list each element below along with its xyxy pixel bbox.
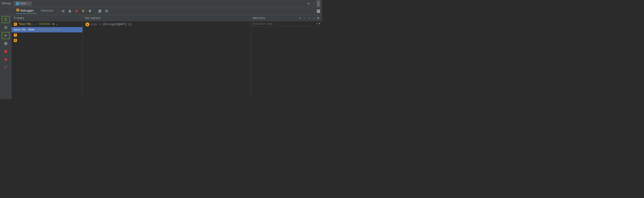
panels-container: Frames 6 "main"@1...: RUNNING ▼ ⌄ main:1… [12, 15, 322, 99]
breakpoint-button[interactable] [2, 56, 10, 63]
watches-title: Watches [253, 16, 265, 20]
step-out-btn[interactable] [67, 9, 72, 13]
svg-rect-18 [106, 10, 108, 11]
tab-debugger[interactable]: 5 Debugger [16, 8, 37, 14]
variable-row[interactable]: p args = {String[0]@457} [] [83, 21, 250, 27]
thread-row[interactable]: 6 "main"@1...: RUNNING ▼ ⌄ [12, 21, 82, 27]
variable-type-icon: p [86, 22, 90, 26]
frame-row-selected[interactable]: main:10, demo (com.psjj.demo1, [12, 27, 82, 32]
svg-rect-20 [317, 9, 318, 11]
top-right-icons: ⚙ − [308, 1, 314, 6]
variables-panel: Variables p args = {String[0]@457} [] [83, 15, 251, 99]
svg-rect-15 [100, 11, 101, 12]
svg-rect-14 [98, 11, 100, 12]
svg-rect-19 [106, 11, 108, 12]
svg-rect-16 [105, 10, 106, 11]
svg-rect-21 [319, 9, 320, 11]
frame-badge-8: 8 [14, 39, 17, 42]
debug-bar: Debug: demo × ⚙ − ven [0, 0, 322, 7]
svg-rect-25 [5, 42, 6, 45]
resume-button[interactable] [2, 32, 10, 39]
thread-dropdown-icon[interactable]: ⌄ [56, 22, 58, 26]
watches-panel: Watches + − ↑ ↓ ⊞ + ▼ No watches [251, 15, 322, 99]
svg-rect-22 [317, 11, 320, 13]
svg-rect-4 [69, 12, 71, 12]
frame-label: main:10, demo (com.psjj.demo1, [14, 28, 62, 31]
step-over-btn[interactable] [80, 9, 86, 13]
svg-marker-9 [88, 11, 91, 12]
eval-dropdown-btn[interactable]: ▼ [318, 22, 320, 25]
main-area: Frames 6 "main"@1...: RUNNING ▼ ⌄ main:1… [0, 15, 322, 99]
layout-btn[interactable] [316, 9, 321, 13]
frame-row-8[interactable]: 8 [12, 38, 82, 43]
debugger-label: Debugger [20, 9, 34, 12]
restart-button[interactable] [2, 16, 10, 23]
remove-watch-btn[interactable]: − [303, 16, 306, 20]
toolbar-separator-2 [95, 9, 95, 13]
svg-rect-17 [105, 11, 106, 12]
debug-label: Debug: [2, 2, 12, 5]
svg-rect-1 [62, 11, 64, 11]
watches-toolbar: + − ↑ ↓ ⊞ [298, 16, 320, 20]
panels: Frames 6 "main"@1...: RUNNING ▼ ⌄ main:1… [12, 15, 322, 99]
evaluate-input[interactable] [252, 22, 315, 25]
watches-header: Watches + − ↑ ↓ ⊞ [251, 15, 322, 21]
toolbar: 5 Debugger Console [0, 7, 322, 15]
frames-title: Frames [14, 16, 24, 20]
svg-marker-7 [82, 11, 84, 12]
svg-rect-2 [62, 12, 64, 12]
svg-rect-8 [82, 10, 84, 10]
settings-tools-button[interactable] [2, 24, 10, 31]
vert-text: ven [316, 0, 320, 7]
svg-rect-12 [98, 10, 100, 11]
move-up-btn[interactable]: ↑ [308, 16, 311, 20]
debug-tab-icon [16, 2, 19, 5]
run-to-cursor-btn[interactable] [87, 9, 92, 13]
mute-breakpoints-button[interactable] [2, 64, 10, 71]
variables-header: Variables [83, 15, 250, 21]
variable-equals: = [99, 23, 101, 26]
eval-add-btn[interactable]: + [316, 22, 318, 25]
minimize-icon[interactable]: − [312, 1, 314, 5]
add-watch-btn[interactable]: + [298, 16, 302, 20]
svg-marker-3 [68, 10, 71, 11]
toolbar-separator [58, 9, 58, 13]
step-into-btn[interactable] [74, 9, 79, 13]
sidebar [0, 15, 12, 99]
no-watches-text: No watches [251, 27, 322, 99]
svg-marker-5 [75, 11, 78, 12]
debug-tab-close[interactable]: × [28, 2, 30, 5]
filter-icon[interactable]: ▼ [52, 23, 54, 26]
thread-badge: 6 [14, 23, 17, 26]
tab-console[interactable]: Console [38, 8, 56, 14]
frame-row-7[interactable]: 7 [12, 32, 82, 38]
settings-icon[interactable]: ⚙ [308, 1, 310, 6]
svg-rect-6 [76, 10, 78, 10]
stop-button[interactable] [2, 48, 10, 55]
svg-rect-30 [4, 66, 7, 68]
svg-rect-13 [100, 10, 101, 11]
frame-badge-7: 7 [14, 33, 17, 37]
frames-header: Frames [12, 15, 82, 21]
copy-watch-btn[interactable]: ⊞ [317, 16, 320, 20]
thread-label: "main"@1...: RUNNING [18, 23, 50, 26]
variable-value: {String[0]@457} [] [103, 23, 132, 26]
svg-rect-26 [6, 42, 7, 45]
move-down-btn[interactable]: ↓ [312, 16, 315, 20]
frames-lines-btn[interactable] [60, 9, 66, 13]
variables-title: Variables [85, 16, 100, 20]
svg-marker-24 [5, 34, 7, 37]
list-view-btn[interactable] [104, 9, 109, 13]
debugger-tab[interactable]: 5 Debugger [16, 8, 37, 14]
frames-panel: Frames 6 "main"@1...: RUNNING ▼ ⌄ main:1… [12, 15, 83, 99]
debug-tab[interactable]: demo × [14, 1, 32, 6]
svg-point-28 [4, 58, 7, 61]
debugger-badge: 5 [16, 9, 19, 11]
debug-tab-label: demo [20, 2, 26, 5]
svg-rect-27 [4, 50, 7, 53]
grid-view-btn[interactable] [97, 9, 102, 13]
pause-button[interactable] [2, 40, 10, 47]
evaluate-row[interactable]: + ▼ [251, 21, 322, 27]
svg-rect-0 [62, 10, 64, 10]
variable-name: args [91, 23, 97, 26]
